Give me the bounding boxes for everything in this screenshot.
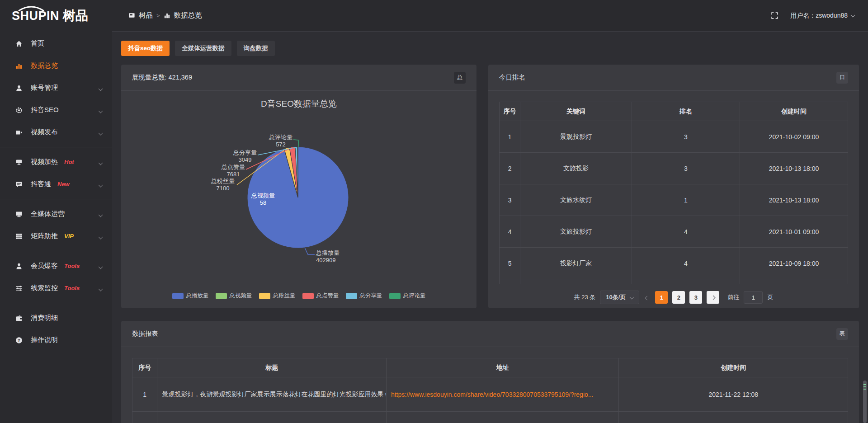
tab-抖音seo数据[interactable]: 抖音seo数据 (121, 41, 170, 56)
pie-label-name: 总播放量 (316, 249, 340, 257)
tab-询盘数据[interactable]: 询盘数据 (237, 41, 275, 56)
table-row: 1景观投影灯，夜游景观投影灯厂家展示展示落花灯在花园里的灯光投影应用效果 #ht… (132, 377, 848, 412)
topbar-right: 用户名：zswodun88 (771, 12, 854, 20)
chevron-down-icon (851, 13, 855, 17)
legend-item-总点赞量[interactable]: 总点赞量 (302, 292, 339, 300)
breadcrumb: 树品 > 数据总览 (128, 11, 202, 20)
table-cell: 1 (500, 121, 520, 153)
logo-arc-icon (17, 6, 45, 11)
sidebar-item-线索监控[interactable]: 线索监控Tools (0, 277, 112, 299)
table-row (500, 279, 848, 285)
table-cell: 4 (500, 216, 520, 248)
legend-item-总评论量[interactable]: 总评论量 (389, 292, 426, 300)
fullscreen-icon[interactable] (771, 12, 778, 19)
legend-chip (259, 293, 270, 299)
table-cell: 5 (500, 248, 520, 279)
legend-item-总分享量[interactable]: 总分享量 (346, 292, 382, 300)
app-logo[interactable]: SHUPIN 树品 (0, 0, 112, 32)
sidebar-item-抖音SEO[interactable]: 抖音SEO (0, 99, 112, 121)
svg-text:?: ? (18, 338, 20, 343)
pie-label-value: 7100 (211, 185, 235, 192)
table-view-badge[interactable]: 表 (836, 328, 848, 340)
table-cell: 2021-10-01 09:00 (740, 216, 848, 248)
sidebar-item-视频发布[interactable]: 视频发布 (0, 121, 112, 143)
pie-label-value: 58 (251, 199, 275, 207)
pie-label-value: 402909 (316, 257, 340, 264)
pie-label-name: 总粉丝量 (211, 178, 235, 185)
sidebar-item-操作说明[interactable]: ?操作说明 (0, 329, 112, 351)
table-cell: 景观投影灯 (520, 121, 632, 153)
pie-label-value: 572 (269, 141, 292, 148)
table-cell: 4 (632, 216, 740, 248)
chart-legend: 总播放量总视频量总粉丝量总点赞量总分享量总评论量 (121, 292, 476, 300)
table-cell: 文旅水纹灯 (520, 184, 632, 216)
sidebar-item-数据总览[interactable]: 数据总览 (0, 55, 112, 77)
chat-icon (15, 181, 24, 188)
table-cell: 文旅投影灯 (520, 216, 632, 248)
content: 抖音seo数据全媒体运营数据询盘数据 展现量总数: 421,369 总 D音SE… (112, 32, 868, 423)
pie-svg[interactable] (121, 91, 476, 308)
page-button-1[interactable]: 1 (655, 291, 668, 304)
sidebar-item-全媒体运营[interactable]: 全媒体运营 (0, 203, 112, 225)
pie-label-总评论量: 总评论量572 (269, 134, 292, 148)
top-row: 展现量总数: 421,369 总 D音SEO数据量总览 总播放量总视频量总粉丝量… (121, 65, 859, 308)
overview-card-header: 展现量总数: 421,369 总 (121, 65, 476, 91)
sidebar-item-矩阵助推[interactable]: 矩阵助推VIP (0, 225, 112, 247)
gear-icon (15, 107, 24, 114)
legend-item-总粉丝量[interactable]: 总粉丝量 (259, 292, 296, 300)
column-header-序号: 序号 (500, 102, 520, 121)
legend-chip (389, 293, 401, 299)
chevron-down-icon (630, 295, 634, 299)
pie-label-value: 3049 (233, 156, 257, 164)
table-cell: 4 (632, 248, 740, 279)
table-cell: 3 (632, 121, 740, 153)
sidebar-item-抖客通[interactable]: 抖客通New (0, 173, 112, 195)
video-link[interactable]: https://www.iesdouyin.com/share/video/70… (391, 391, 594, 398)
sidebar-menu: 首页数据总览账号管理抖音SEO视频发布视频加热Hot抖客通New全媒体运营矩阵助… (0, 32, 112, 351)
report-table: 序号标题地址创建时间1景观投影灯，夜游景观投影灯厂家展示展示落花灯在花园里的灯光… (132, 358, 848, 423)
legend-chip (346, 293, 357, 299)
legend-item-总视频量[interactable]: 总视频量 (216, 292, 252, 300)
sidebar-item-首页[interactable]: 首页 (0, 33, 112, 55)
ranking-title: 今日排名 (499, 73, 525, 82)
sidebar-item-label: 数据总览 (31, 61, 58, 70)
legend-label: 总粉丝量 (273, 292, 296, 300)
pie-chart: D音SEO数据量总览 总播放量总视频量总粉丝量总点赞量总分享量总评论量 总播放量… (121, 91, 476, 308)
ranking-table: 序号关键词排名创建时间1景观投影灯32021-10-02 09:002文旅投影3… (499, 102, 848, 284)
table-cell: 2 (500, 153, 520, 184)
sidebar-item-tag: Tools (64, 263, 80, 269)
sidebar-item-label: 线索监控 (31, 284, 58, 292)
logo-wordmark: SHUPIN (12, 9, 59, 23)
goto-suffix: 页 (767, 293, 773, 301)
daily-view-badge[interactable]: 日 (836, 72, 848, 84)
pie-label-name: 总分享量 (233, 149, 257, 156)
sidebar-item-消费明细[interactable]: 消费明细 (0, 307, 112, 329)
user-menu[interactable]: 用户名：zswodun88 (790, 12, 854, 20)
page-buttons: 123 (655, 291, 702, 304)
page-button-2[interactable]: 2 (672, 291, 685, 304)
legend-item-总播放量[interactable]: 总播放量 (172, 292, 209, 300)
sidebar-item-会员爆客[interactable]: 会员爆客Tools (0, 255, 112, 277)
sidebar-item-视频加热[interactable]: 视频加热Hot (0, 151, 112, 173)
next-page-button[interactable] (707, 291, 719, 304)
sidebar-item-账号管理[interactable]: 账号管理 (0, 77, 112, 99)
pie-label-value: 7681 (222, 171, 245, 178)
home-icon (15, 40, 24, 47)
chevron-down-icon (99, 158, 102, 166)
topbar: 树品 > 数据总览 用户名：zswodun88 (112, 0, 868, 32)
goto-page-input[interactable] (744, 291, 763, 304)
pie-label-总点赞量: 总点赞量7681 (222, 164, 245, 178)
sidebar-divider (0, 199, 112, 199)
page-size-value: 10条/页 (606, 293, 626, 301)
table-row: 4文旅投影灯42021-10-01 09:00 (500, 216, 848, 248)
tab-全媒体运营数据[interactable]: 全媒体运营数据 (175, 41, 231, 56)
breadcrumb-root[interactable]: 树品 (139, 11, 153, 20)
page-scrollbar[interactable] (863, 381, 867, 423)
total-view-badge[interactable]: 总 (454, 72, 466, 84)
page-button-3[interactable]: 3 (689, 291, 702, 304)
report-title: 数据报表 (132, 329, 158, 338)
page-size-select[interactable]: 10条/页 (600, 291, 639, 304)
report-card: 数据报表 表 序号标题地址创建时间1景观投影灯，夜游景观投影灯厂家展示展示落花灯… (121, 321, 859, 423)
prev-page-button[interactable] (644, 294, 651, 301)
pagination-total: 共 23 条 (574, 293, 596, 301)
